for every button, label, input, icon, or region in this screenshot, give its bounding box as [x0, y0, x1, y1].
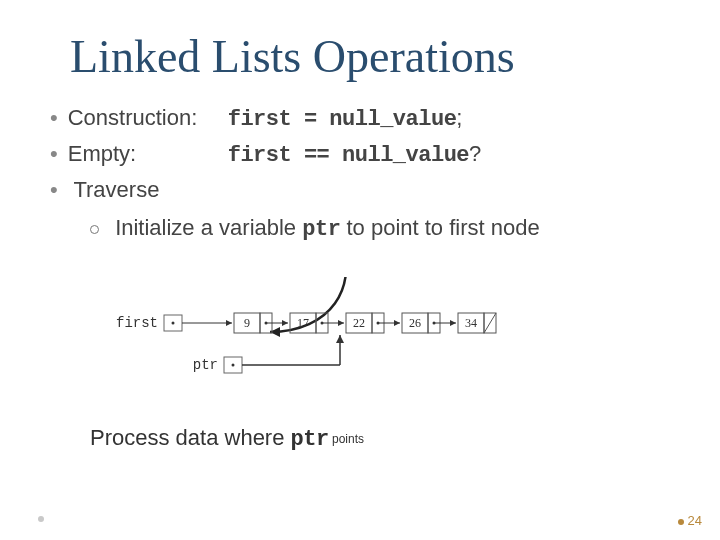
text-pre: Process data where [90, 425, 291, 450]
bullet-icon: • [50, 177, 58, 202]
decor-dot-icon [38, 516, 44, 522]
svg-marker-24 [450, 320, 456, 326]
bullet-list: • Construction: first = null_value; • Em… [40, 101, 680, 247]
bullet-icon: • [50, 101, 58, 137]
bullet-icon: • [50, 137, 58, 173]
bullet-label: Empty: [68, 137, 228, 173]
node-value: 26 [409, 316, 421, 330]
page-number: 24 [678, 513, 702, 528]
linked-list-diagram: first 917222634 ptr [40, 277, 680, 401]
ptr-label: ptr [193, 357, 218, 373]
svg-marker-19 [394, 320, 400, 326]
text-pre: Initialize a variable [115, 215, 302, 240]
code-text: first == null_value [228, 143, 469, 168]
bullet-label: Traverse [73, 177, 159, 202]
node-value: 34 [465, 316, 477, 330]
circle-icon [90, 225, 99, 234]
bullet-label: Construction: [68, 101, 228, 137]
page-dot-icon [678, 519, 684, 525]
svg-marker-14 [338, 320, 344, 326]
text-post: to point to first node [340, 215, 539, 240]
diagram-svg: first 917222634 ptr [40, 277, 680, 397]
code-suffix: ? [469, 141, 481, 166]
node-value: 22 [353, 316, 365, 330]
svg-point-2 [172, 322, 175, 325]
bullet-construction: • Construction: first = null_value; [40, 101, 680, 137]
text-post: points [329, 433, 364, 447]
subbullet-process: Process data where ptr points [40, 425, 680, 452]
bullet-traverse: • Traverse [40, 173, 680, 207]
svg-point-29 [232, 364, 235, 367]
svg-marker-9 [282, 320, 288, 326]
svg-marker-32 [336, 335, 344, 343]
svg-marker-4 [226, 320, 232, 326]
svg-line-27 [484, 313, 496, 333]
code-text: ptr [291, 427, 329, 452]
page-number-text: 24 [688, 513, 702, 528]
page-title: Linked Lists Operations [70, 30, 680, 83]
code-text: ptr [302, 217, 340, 242]
subbullet-initialize: Initialize a variable ptr to point to fi… [40, 211, 680, 247]
bullet-empty: • Empty: first == null_value? [40, 137, 680, 173]
slide: Linked Lists Operations • Construction: … [0, 0, 720, 540]
code-suffix: ; [456, 105, 462, 130]
node-value: 17 [297, 316, 309, 330]
first-label: first [116, 315, 158, 331]
node-value: 9 [244, 316, 250, 330]
code-text: first = null_value [228, 107, 457, 132]
